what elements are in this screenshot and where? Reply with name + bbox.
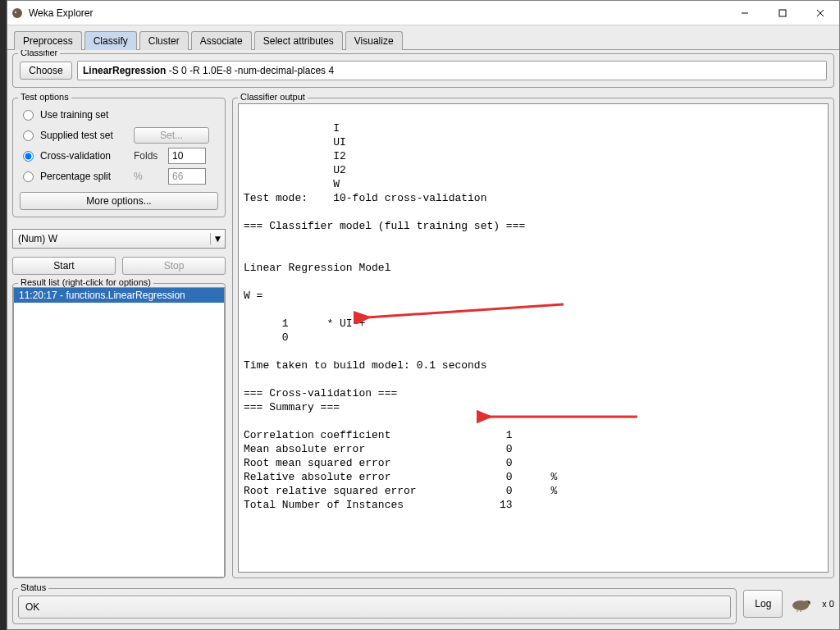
stop-button[interactable]: Stop	[122, 257, 226, 275]
result-list-legend: Result list (right-click for options)	[18, 277, 153, 287]
radio-percentage-split[interactable]	[23, 171, 34, 182]
annotation-arrow-2	[477, 408, 641, 426]
result-list-panel: Result list (right-click for options) 11…	[12, 283, 226, 578]
result-item[interactable]: 11:20:17 - functions.LinearRegression	[14, 288, 224, 303]
classifier-legend: Classifier	[18, 49, 60, 57]
tab-preprocess[interactable]: Preprocess	[14, 31, 82, 50]
set-button[interactable]: Set...	[134, 127, 209, 144]
output-text: I UI I2 U2 W Test mode: 10-fold cross-va…	[244, 122, 557, 511]
svg-point-12	[809, 601, 810, 603]
label-folds: Folds	[134, 150, 163, 162]
classifier-panel: Classifier Choose LinearRegression -S 0 …	[12, 53, 834, 88]
more-options-button[interactable]: More options...	[20, 192, 218, 210]
window-title: Weka Explorer	[27, 7, 726, 19]
weka-bird-icon	[789, 596, 815, 612]
tab-visualize[interactable]: Visualize	[345, 31, 403, 50]
class-attribute-value: (Num) W	[13, 233, 210, 244]
svg-point-1	[15, 11, 16, 13]
choose-button[interactable]: Choose	[20, 62, 72, 80]
start-button[interactable]: Start	[12, 257, 116, 275]
result-list[interactable]: 11:20:17 - functions.LinearRegression	[13, 287, 225, 578]
minimize-button[interactable]	[726, 1, 764, 25]
weka-icon	[7, 7, 27, 20]
chevron-down-icon: ▼	[210, 233, 225, 244]
status-legend: Status	[18, 582, 48, 592]
tab-cluster[interactable]: Cluster	[139, 31, 189, 50]
svg-line-7	[367, 304, 564, 317]
label-cross-validation: Cross-validation	[40, 150, 129, 162]
weka-explorer-window: Weka Explorer Preprocess Classify Cluste…	[7, 0, 840, 630]
class-attribute-select[interactable]: (Num) W ▼	[12, 229, 226, 249]
svg-point-0	[12, 8, 22, 18]
tab-classify[interactable]: Classify	[84, 31, 137, 50]
maximize-button[interactable]	[764, 1, 801, 25]
classifier-output[interactable]: I UI I2 U2 W Test mode: 10-fold cross-va…	[238, 103, 829, 573]
pct-input[interactable]	[168, 168, 206, 185]
label-pct: %	[134, 171, 163, 182]
titlebar: Weka Explorer	[7, 1, 839, 25]
label-percentage-split: Percentage split	[40, 171, 129, 182]
radio-supplied-test[interactable]	[23, 130, 34, 141]
label-use-training: Use training set	[40, 109, 129, 121]
annotation-arrow-1	[354, 299, 567, 324]
folds-input[interactable]	[168, 148, 206, 164]
svg-point-11	[804, 600, 810, 605]
tab-associate[interactable]: Associate	[191, 31, 252, 50]
test-options-legend: Test options	[18, 92, 71, 102]
status-count: x 0	[822, 599, 834, 609]
classifier-text[interactable]: LinearRegression -S 0 -R 1.0E-8 -num-dec…	[77, 61, 827, 80]
radio-cross-validation[interactable]	[23, 151, 34, 162]
main-tabs: Preprocess Classify Cluster Associate Se…	[7, 25, 839, 49]
classifier-output-panel: Classifier output I UI I2 U2 W Test mode…	[232, 98, 834, 578]
tab-select-attributes[interactable]: Select attributes	[254, 31, 343, 50]
status-panel: Status OK	[12, 588, 737, 624]
classifier-output-legend: Classifier output	[238, 92, 308, 102]
test-options-panel: Test options Use training set Supplied t…	[12, 98, 226, 217]
svg-rect-3	[779, 10, 786, 16]
radio-use-training[interactable]	[23, 110, 34, 121]
close-button[interactable]	[801, 1, 839, 25]
label-supplied-test: Supplied test set	[40, 130, 129, 141]
log-button[interactable]: Log	[743, 590, 783, 618]
status-value: OK	[18, 596, 731, 619]
